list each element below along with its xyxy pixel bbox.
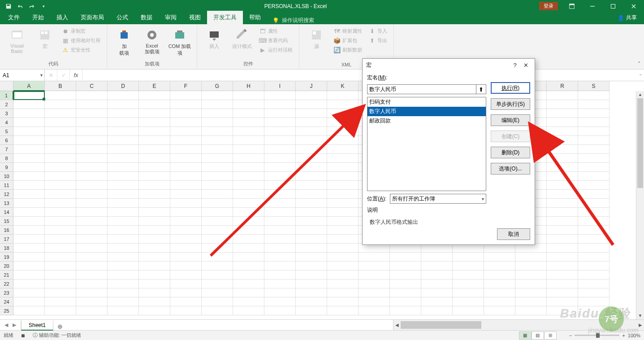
cell[interactable] <box>202 208 233 217</box>
cell[interactable] <box>578 181 609 190</box>
cell[interactable] <box>202 100 233 109</box>
com-addins-button[interactable]: COM 加载项 <box>166 26 193 58</box>
cell[interactable] <box>76 109 108 118</box>
row-header-14[interactable]: 14 <box>0 208 13 217</box>
tab-file[interactable]: 文件 <box>2 11 26 24</box>
cell[interactable] <box>578 136 609 145</box>
cell[interactable] <box>45 244 76 253</box>
cell[interactable] <box>108 109 139 118</box>
cell[interactable] <box>108 118 139 127</box>
cell[interactable] <box>296 279 327 288</box>
cell[interactable] <box>170 235 202 244</box>
cell[interactable] <box>547 208 578 217</box>
vertical-scrollbar[interactable]: ▲ ▼ <box>636 91 644 319</box>
col-header-C[interactable]: C <box>76 81 108 91</box>
cell[interactable] <box>170 181 202 190</box>
cell[interactable] <box>170 109 202 118</box>
cell[interactable] <box>108 91 139 100</box>
cell[interactable] <box>578 190 609 199</box>
login-button[interactable]: 登录 <box>539 2 558 10</box>
cell[interactable] <box>233 208 264 217</box>
cell[interactable] <box>13 262 45 270</box>
cell[interactable] <box>45 181 76 190</box>
row-header-7[interactable]: 7 <box>0 145 13 154</box>
col-header-H[interactable]: H <box>233 81 264 91</box>
cell[interactable] <box>578 262 609 270</box>
row-header-24[interactable]: 24 <box>0 297 13 306</box>
cell[interactable] <box>296 244 327 253</box>
cell[interactable] <box>139 208 170 217</box>
cell[interactable] <box>170 297 202 306</box>
sheet-tab-1[interactable]: Sheet1 <box>21 321 53 331</box>
cell[interactable] <box>296 163 327 172</box>
cell[interactable] <box>578 244 609 253</box>
cell[interactable] <box>45 91 76 100</box>
prev-sheet-icon[interactable]: ◀ <box>4 322 8 328</box>
cell[interactable] <box>233 118 264 127</box>
cell[interactable] <box>264 172 296 181</box>
cell[interactable] <box>108 145 139 154</box>
cell[interactable] <box>359 297 390 306</box>
run-dialog-button[interactable]: ▶运行对话框 <box>258 46 294 54</box>
add-sheet-button[interactable]: ⊕ <box>53 323 67 330</box>
cell[interactable] <box>13 226 45 235</box>
cell[interactable] <box>76 181 108 190</box>
cell[interactable] <box>202 145 233 154</box>
macro-list-item[interactable]: 邮政回款 <box>367 116 486 126</box>
cell[interactable] <box>76 226 108 235</box>
next-sheet-icon[interactable]: ▶ <box>13 322 16 328</box>
cell[interactable] <box>139 109 170 118</box>
cell[interactable] <box>108 136 139 145</box>
macro-list-item[interactable]: 数字人民币 <box>367 107 486 116</box>
cell[interactable] <box>108 199 139 208</box>
cell[interactable] <box>390 262 421 270</box>
cell[interactable] <box>202 226 233 235</box>
cell[interactable] <box>139 288 170 297</box>
scroll-down-icon[interactable]: ▼ <box>636 312 644 319</box>
select-all-corner[interactable] <box>0 81 13 91</box>
cell[interactable] <box>76 235 108 244</box>
cell[interactable] <box>578 172 609 181</box>
cell[interactable] <box>264 297 296 306</box>
cell[interactable] <box>578 154 609 163</box>
cell[interactable] <box>13 253 45 262</box>
cell[interactable] <box>233 181 264 190</box>
cell[interactable] <box>108 262 139 270</box>
cell[interactable] <box>296 199 327 208</box>
cell[interactable] <box>202 279 233 288</box>
cell[interactable] <box>45 118 76 127</box>
cell[interactable] <box>139 199 170 208</box>
cell[interactable] <box>202 199 233 208</box>
cell[interactable] <box>515 244 547 253</box>
cell[interactable] <box>13 190 45 199</box>
cell[interactable] <box>264 145 296 154</box>
cell[interactable] <box>484 253 515 262</box>
cell[interactable] <box>327 288 359 297</box>
cell[interactable] <box>264 127 296 136</box>
cell[interactable] <box>264 288 296 297</box>
cell[interactable] <box>202 172 233 181</box>
cell[interactable] <box>45 172 76 181</box>
cell[interactable] <box>296 181 327 190</box>
cell[interactable] <box>13 127 45 136</box>
cell[interactable] <box>233 163 264 172</box>
cell[interactable] <box>170 145 202 154</box>
scroll-left-icon[interactable]: ◀ <box>393 323 401 327</box>
record-macro-status-icon[interactable]: ⏹ <box>21 333 26 338</box>
cell[interactable] <box>139 154 170 163</box>
col-header-D[interactable]: D <box>108 81 139 91</box>
cell[interactable] <box>296 253 327 262</box>
cell[interactable] <box>170 244 202 253</box>
cell[interactable] <box>578 253 609 262</box>
cell[interactable] <box>578 118 609 127</box>
cell[interactable] <box>139 226 170 235</box>
row-header-9[interactable]: 9 <box>0 163 13 172</box>
cell[interactable] <box>264 91 296 100</box>
cell[interactable] <box>547 127 578 136</box>
cell[interactable] <box>264 235 296 244</box>
page-layout-view-icon[interactable]: ▤ <box>532 331 544 340</box>
name-box[interactable]: A1 ▼ <box>0 70 45 81</box>
row-header-15[interactable]: 15 <box>0 217 13 226</box>
cell[interactable] <box>202 253 233 262</box>
cell[interactable] <box>76 154 108 163</box>
